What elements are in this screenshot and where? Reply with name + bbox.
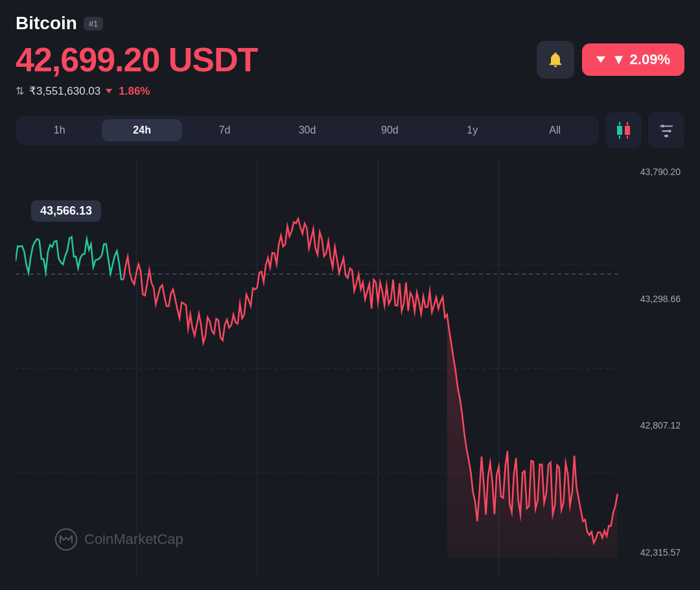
inr-price: ₹3,551,630.03 [29,84,100,98]
svg-point-11 [56,529,76,550]
filter-icon [658,122,675,139]
current-price: 42,699.20 USDT [16,40,257,79]
rank-badge: #1 [84,17,103,30]
change-percent-button[interactable]: ▼ 2.09% [582,43,684,76]
y-axis: 43,790.20 43,298.66 42,807.12 42,315.57 [620,160,684,577]
chart-tooltip: 43,566.13 [31,200,101,222]
timeframe-bar: 1h 24h 7d 30d 90d 1y All [16,115,599,145]
y-label-4: 42,315.57 [620,547,684,558]
timeframe-24h[interactable]: 24h [102,119,181,141]
svg-point-2 [665,135,668,137]
chart-area: 43,566.13 43,790.20 43,298.66 42,807.12 … [16,160,684,577]
candlestick-icon [617,122,630,139]
bell-icon [546,51,565,69]
watermark: CoinMarketCap [54,528,183,551]
timeframe-all[interactable]: All [515,119,595,141]
inr-change: 1.86% [119,85,150,98]
exchange-icon: ⇅ [16,85,24,97]
y-label-2: 43,298.66 [620,294,684,304]
timeframe-row: 1h 24h 7d 30d 90d 1y All [16,112,684,148]
timeframe-90d[interactable]: 90d [350,119,430,141]
tooltip-price: 43,566.13 [40,204,92,217]
inr-down-icon [106,89,112,93]
watermark-text: CoinMarketCap [84,531,183,548]
alert-button[interactable] [537,41,574,78]
price-chart [16,160,620,577]
change-percent-label: ▼ 2.09% [612,51,670,68]
y-label-3: 42,807.12 [620,420,684,431]
y-label-1: 43,790.20 [620,167,684,177]
timeframe-30d[interactable]: 30d [267,119,347,141]
coin-name: Bitcoin [16,13,77,34]
timeframe-1h[interactable]: 1h [19,119,99,141]
svg-point-1 [668,130,671,132]
svg-point-0 [661,124,664,127]
filter-button[interactable] [648,112,684,148]
chart-type-button[interactable] [605,112,642,148]
timeframe-1y[interactable]: 1y [432,119,512,141]
down-arrow-icon [596,56,605,63]
cmc-logo-icon [54,528,78,551]
timeframe-7d[interactable]: 7d [185,119,264,141]
